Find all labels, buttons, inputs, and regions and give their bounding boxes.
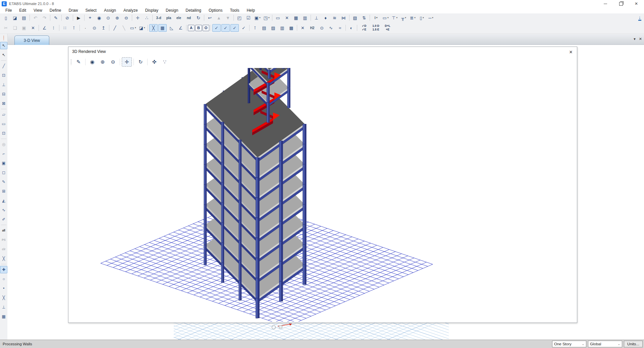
- draw-poly-area-icon[interactable]: ▱: [0, 111, 7, 118]
- quick-draw-braces-icon[interactable]: ⊠: [0, 100, 7, 107]
- rendered-view-close-icon[interactable]: ✕: [568, 49, 574, 55]
- measure-icon[interactable]: ∠: [40, 24, 49, 32]
- menu-design[interactable]: Design: [162, 8, 182, 13]
- load-combo-icon[interactable]: D+L+E: [382, 24, 393, 32]
- move-building-icon[interactable]: ✜: [149, 57, 159, 67]
- snap-to-intersections-icon[interactable]: ╳: [0, 294, 7, 301]
- quick-draw-secondary-beams-icon[interactable]: ⊟: [0, 90, 7, 98]
- menu-tools[interactable]: Tools: [226, 8, 243, 13]
- zoom-out-icon[interactable]: ⊖: [108, 57, 118, 67]
- water-drop-icon[interactable]: ♦: [321, 14, 330, 22]
- frame-draw-options-icon[interactable]: ▭: [129, 24, 137, 32]
- h2-option-icon[interactable]: H2: [308, 24, 317, 32]
- draw-wall-opening-icon[interactable]: ◎: [0, 141, 7, 148]
- draw-frame-icon[interactable]: ╱: [111, 24, 119, 32]
- tab-close-icon[interactable]: ✕: [639, 37, 642, 41]
- snap-to-joints-icon[interactable]: ✚: [0, 266, 7, 273]
- show-selected-only-icon[interactable]: ☑: [244, 14, 253, 22]
- draw-curve-icon[interactable]: ∿: [0, 206, 7, 214]
- cut-icon[interactable]: ✂: [2, 24, 10, 32]
- menu-draw[interactable]: Draw: [65, 8, 82, 13]
- previous-selection-icon[interactable]: PS: [0, 236, 7, 243]
- quick-draw-frame-icon[interactable]: ⊡: [0, 72, 7, 79]
- snap-lines-toggle-icon[interactable]: ✓: [239, 24, 248, 32]
- show-frame-labels-icon[interactable]: B: [195, 25, 202, 31]
- clear-display-icon[interactable]: ✕: [283, 14, 291, 22]
- named-display-icon[interactable]: ▧: [351, 14, 359, 22]
- area-draw-options-icon[interactable]: ◪: [138, 24, 146, 32]
- draw-grids-icon[interactable]: ⊞: [0, 188, 7, 195]
- snap-angle-icon[interactable]: ∠: [176, 24, 185, 32]
- edit-pencil-icon[interactable]: ✎: [52, 14, 60, 22]
- quick-draw-columns-icon[interactable]: ⊥: [0, 81, 7, 88]
- menu-options[interactable]: Options: [205, 8, 226, 13]
- paste-icon[interactable]: ▣: [20, 24, 28, 32]
- draw-rect-area-icon[interactable]: ▭: [0, 120, 7, 128]
- view-plan-icon[interactable]: pla: [164, 14, 173, 22]
- view-named-icon[interactable]: nd: [184, 14, 194, 22]
- show-deformed-shape-icon[interactable]: ≋: [330, 14, 339, 22]
- hatch-display-icon[interactable]: ▩: [287, 24, 296, 32]
- menu-help[interactable]: Help: [243, 8, 259, 13]
- menu-define[interactable]: Define: [46, 8, 65, 13]
- select-window-icon[interactable]: ◰: [235, 14, 244, 22]
- snap-to-midpoints-icon[interactable]: •: [0, 285, 7, 292]
- restore-full-view-icon[interactable]: ◉: [95, 14, 103, 22]
- new-model-icon[interactable]: ▯: [2, 14, 10, 22]
- restore-button[interactable]: [613, 0, 629, 7]
- object-view-options-icon[interactable]: ◳: [262, 14, 271, 22]
- show-area-labels-icon[interactable]: O: [203, 25, 209, 31]
- develop-elevation-icon[interactable]: ◭: [0, 197, 7, 204]
- merge-joints-icon[interactable]: ∷: [61, 24, 69, 32]
- close-button[interactable]: ✕: [629, 0, 644, 7]
- select-pointer-icon[interactable]: ↖: [0, 42, 7, 49]
- about-sphere-icon[interactable]: ◐: [347, 24, 356, 32]
- menu-display[interactable]: Display: [142, 8, 162, 13]
- embedded-section-icon[interactable]: ╥: [399, 14, 408, 22]
- snap-midpoints-toggle-icon[interactable]: ✓: [221, 24, 230, 32]
- draw-brace-icon[interactable]: ╲: [120, 24, 128, 32]
- load-factors-icon[interactable]: 1.0 D1.5 E: [370, 24, 381, 32]
- story-selector[interactable]: One Story⌄: [552, 341, 586, 347]
- point-load-icon[interactable]: ⊙: [318, 24, 326, 32]
- draw-dimension-icon[interactable]: ✐: [0, 216, 7, 223]
- previous-named-view-icon[interactable]: ↩: [206, 14, 214, 22]
- walk-through-icon[interactable]: ∵: [160, 57, 170, 67]
- time-history-icon[interactable]: ≈: [336, 24, 344, 32]
- view-3d-icon[interactable]: 3-d: [154, 14, 163, 22]
- frame-section-box-icon[interactable]: ▭: [381, 14, 390, 22]
- menu-assign[interactable]: Assign: [100, 8, 120, 13]
- coordinate-system-selector[interactable]: Global⌄: [588, 341, 622, 347]
- frame-section-I-icon[interactable]: I: [371, 14, 381, 22]
- select-all-icon[interactable]: all: [0, 227, 7, 234]
- tab-overflow-icon[interactable]: ▾: [634, 37, 636, 41]
- import-model-icon[interactable]: ↥: [99, 24, 108, 32]
- delete-icon[interactable]: ✕: [29, 24, 37, 32]
- end-releases-icon[interactable]: ✕: [299, 24, 307, 32]
- move-story-down-icon[interactable]: ▼: [224, 14, 232, 22]
- zoom-out-icon[interactable]: ⊖: [122, 14, 130, 22]
- previous-zoom-icon[interactable]: ⊙: [104, 14, 112, 22]
- snap-to-edges-icon[interactable]: ▦: [158, 24, 167, 32]
- rendered-view-content[interactable]: [68, 68, 577, 323]
- menu-select[interactable]: Select: [82, 8, 100, 13]
- story-shear-icon[interactable]: ▦: [292, 14, 300, 22]
- divide-frames-icon[interactable]: ⊺: [70, 24, 78, 32]
- swap-views-icon[interactable]: ⇅: [360, 14, 368, 22]
- pen-edit-icon[interactable]: ✎: [73, 57, 84, 67]
- menu-analyze[interactable]: Analyze: [120, 8, 142, 13]
- view-elevation-icon[interactable]: ele: [174, 14, 183, 22]
- snap-to-ends-icon[interactable]: ○: [0, 275, 7, 283]
- rotate-view-icon[interactable]: ↻: [136, 57, 146, 67]
- wall-section-icon[interactable]: ▯: [418, 14, 426, 22]
- align-points-icon[interactable]: ⁞: [49, 24, 58, 32]
- menu-view[interactable]: View: [30, 8, 46, 13]
- select-by-line-icon[interactable]: ╳: [0, 255, 7, 262]
- units-button[interactable]: Units...: [624, 341, 643, 347]
- tab-3d-view[interactable]: 3-D View: [14, 36, 49, 45]
- snap-joints-toggle-icon[interactable]: ✓: [212, 24, 221, 32]
- draw-joint-icon[interactable]: ·: [81, 24, 90, 32]
- snap-to-grid-icon[interactable]: ▦: [0, 313, 7, 320]
- force-diagram-icon[interactable]: ⋈: [339, 14, 348, 22]
- deck-direction-icon[interactable]: ▨: [269, 24, 277, 32]
